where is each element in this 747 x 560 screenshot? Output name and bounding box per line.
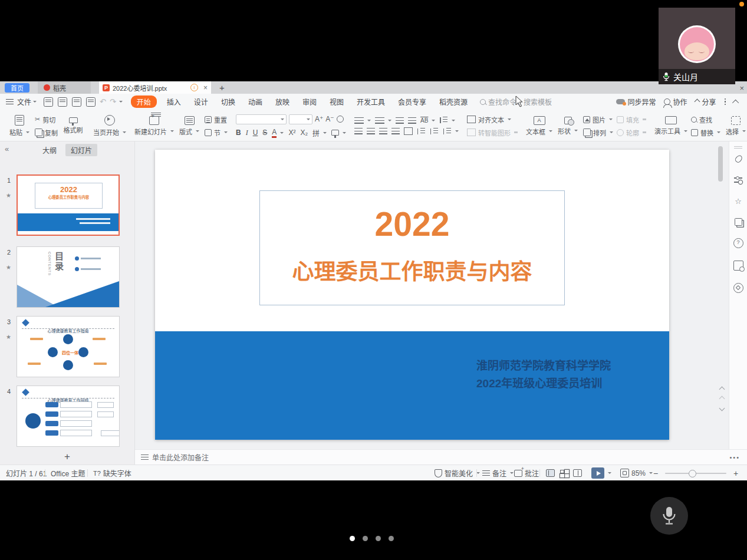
slide-thumbnail-2[interactable]: CONTENTS 目录 — [17, 246, 120, 308]
outline-button[interactable]: 轮廓 — [617, 128, 646, 137]
bold-button[interactable]: B — [236, 129, 241, 137]
rail-handle-icon[interactable] — [734, 146, 742, 147]
save-icon[interactable] — [44, 97, 53, 107]
replace-button[interactable]: 替换 — [691, 128, 720, 137]
doc-info-icon[interactable]: i — [190, 84, 198, 91]
subscript-button[interactable]: X₂ — [300, 129, 308, 137]
notes-more-icon[interactable]: ••• — [729, 454, 747, 461]
menu-member[interactable]: 会员专享 — [391, 97, 433, 107]
current-slide[interactable]: 2022 心理委员工作职责与内容 淮阴师范学院教育科学学院 2022年班级心理委… — [155, 150, 669, 440]
effects-star-icon[interactable]: ☆ — [734, 197, 743, 206]
to-smartart-button[interactable]: 转智能图形 — [467, 128, 518, 137]
slide-sorter-view-button[interactable] — [560, 469, 568, 477]
italic-button[interactable]: I — [246, 129, 248, 137]
print-preview-icon[interactable] — [86, 97, 96, 107]
menu-transition[interactable]: 切换 — [215, 97, 242, 107]
page-dot[interactable] — [376, 536, 381, 541]
scroll-up-icon[interactable] — [719, 396, 725, 402]
menu-insert[interactable]: 插入 — [160, 97, 187, 107]
menu-view[interactable]: 视图 — [323, 97, 350, 107]
zoom-out-button[interactable]: − — [653, 465, 658, 481]
select-button[interactable]: 选择 — [724, 116, 747, 136]
notes-bar[interactable]: 单击此处添加备注 ••• — [135, 449, 747, 465]
zoom-slider-knob[interactable] — [689, 470, 696, 477]
play-from-current-button[interactable]: 当页开始 — [93, 115, 126, 137]
collaborate-button[interactable]: 协作 — [664, 97, 687, 107]
present-tools-button[interactable]: 演示工具 — [654, 116, 687, 136]
sync-status-button[interactable]: 同步异常 — [616, 97, 656, 107]
missing-font-button[interactable]: T? 缺失字体 — [93, 465, 131, 481]
slide-thumbnail-1[interactable]: 2022 心理委员工作职责与内容 — [17, 174, 120, 236]
theme-label[interactable]: Office 主题 — [51, 465, 85, 481]
highlight-button[interactable] — [331, 130, 346, 136]
collapse-ribbon-icon[interactable] — [732, 99, 739, 106]
tab-docer[interactable]: 稻壳 — [38, 81, 91, 94]
slide-nav-arrows[interactable] — [720, 387, 724, 410]
superscript-button[interactable]: X² — [288, 129, 295, 137]
comments-button[interactable]: 批注 — [514, 465, 539, 481]
tab-document[interactable]: P 2022心委培训.pptx i × — [99, 81, 211, 94]
align-center-icon[interactable] — [367, 128, 375, 134]
para-spacing-before-icon[interactable] — [417, 128, 426, 135]
underline-button[interactable]: U — [253, 129, 258, 137]
line-spacing-button[interactable] — [439, 117, 455, 124]
microphone-button[interactable] — [650, 497, 688, 535]
beautify-button[interactable]: 智能美化 — [435, 465, 480, 481]
tab-slides[interactable]: 幻灯片 — [65, 144, 97, 156]
undo-icon[interactable]: ↶ — [100, 97, 106, 106]
font-name-select[interactable] — [236, 114, 287, 124]
page-dot-active[interactable] — [350, 536, 355, 541]
para-spacing-after-icon[interactable] — [430, 128, 439, 135]
strikethrough-button[interactable]: S — [262, 129, 267, 137]
justify-icon[interactable] — [391, 128, 400, 134]
reset-button[interactable]: 重置 — [205, 115, 228, 124]
text-box-button[interactable]: A 文本框 — [526, 116, 552, 136]
align-text-button[interactable]: 对齐文本 — [467, 115, 518, 124]
menu-review[interactable]: 审阅 — [296, 97, 323, 107]
page-dot[interactable] — [363, 536, 368, 541]
print-icon[interactable] — [72, 97, 81, 107]
bullet-list-button[interactable] — [354, 117, 371, 124]
window-close-icon[interactable]: × — [739, 84, 744, 93]
quickbar-caret-icon[interactable] — [119, 101, 123, 103]
menu-design[interactable]: 设计 — [187, 97, 215, 107]
section-button[interactable]: 节 — [205, 128, 228, 137]
menu-docer-resources[interactable]: 稻壳资源 — [433, 97, 474, 107]
slide-thumbnail-4[interactable]: 心理健康教育工作网络 — [17, 386, 120, 447]
add-slide-button[interactable]: + — [0, 449, 134, 465]
normal-view-button[interactable] — [546, 469, 555, 477]
more-options-icon[interactable] — [725, 98, 726, 106]
participant-video-tile[interactable]: 关山月 — [659, 8, 735, 84]
help-icon[interactable]: ? — [733, 238, 743, 248]
zoom-slider[interactable] — [665, 473, 726, 474]
zoom-level[interactable]: 85% — [631, 469, 646, 477]
resource-box-icon[interactable] — [733, 261, 743, 271]
page-dot[interactable] — [389, 536, 394, 541]
picture-button[interactable]: 图片 — [583, 115, 613, 124]
align-right-icon[interactable] — [379, 128, 387, 134]
paste-button[interactable]: 粘贴 — [8, 115, 31, 137]
numbered-list-button[interactable] — [375, 117, 391, 124]
notes-toggle-button[interactable]: 备注 — [482, 465, 514, 481]
slide-thumbnail-3[interactable]: 心理健康教育工作指南 四位一体 — [17, 316, 120, 377]
font-size-select[interactable] — [289, 114, 312, 124]
page-indicator-dots[interactable] — [350, 536, 394, 541]
rocket-icon[interactable] — [734, 154, 743, 163]
para-spacing-button[interactable] — [443, 128, 459, 135]
menu-animation[interactable]: 动画 — [242, 97, 269, 107]
clear-format-icon[interactable] — [337, 116, 344, 123]
hamburger-icon[interactable] — [6, 101, 14, 103]
increase-indent-icon[interactable] — [408, 117, 416, 124]
menu-start[interactable]: 开始 — [131, 95, 157, 108]
menu-file[interactable]: 文件 — [17, 97, 31, 107]
align-left-icon[interactable] — [354, 128, 363, 134]
collapse-panel-icon[interactable]: « — [5, 144, 9, 153]
shapes-button[interactable]: 形状 — [556, 117, 580, 136]
new-tab-button[interactable]: + — [219, 83, 225, 93]
new-slide-button[interactable]: 新建幻灯片 — [134, 116, 174, 136]
tab-close-icon[interactable]: × — [203, 84, 208, 92]
skin-icon[interactable] — [733, 283, 743, 293]
phonetic-guide-button[interactable]: 拼 — [312, 128, 327, 138]
redo-icon[interactable]: ↷ — [110, 97, 116, 106]
fill-button[interactable]: 填充 — [617, 115, 646, 124]
